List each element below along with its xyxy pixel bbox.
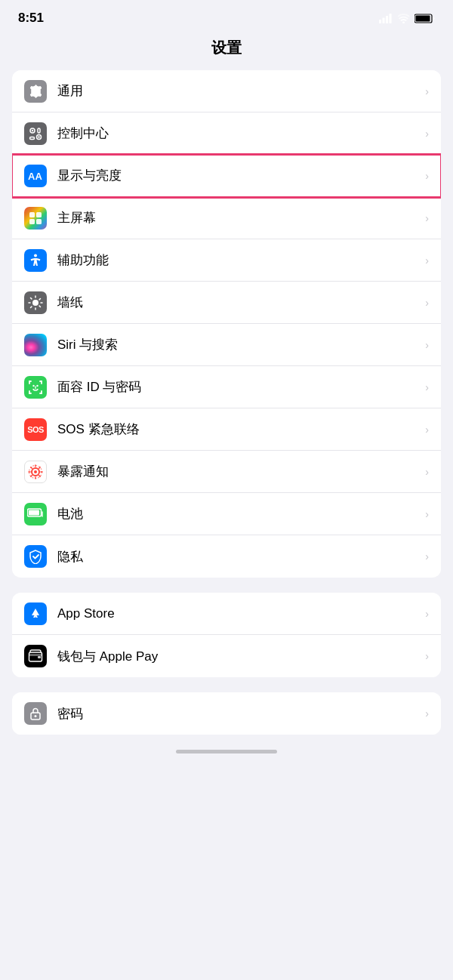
list-item-sos[interactable]: SOS SOS 紧急联络 › — [12, 408, 441, 451]
passwords-icon — [24, 702, 47, 725]
wallpaper-icon — [24, 291, 47, 314]
wifi-icon — [397, 14, 410, 23]
svg-rect-15 — [36, 212, 42, 217]
display-chevron: › — [425, 170, 429, 182]
list-item-exposure[interactable]: 暴露通知 › — [12, 451, 441, 493]
wallet-label: 钱包与 Apple Pay — [57, 648, 419, 665]
list-item-battery[interactable]: 电池 › — [12, 493, 441, 535]
svg-text:AA: AA — [28, 171, 42, 182]
battery-chevron: › — [425, 508, 429, 520]
battery-label: 电池 — [57, 505, 419, 522]
svg-rect-9 — [38, 128, 40, 133]
control-icon — [24, 122, 47, 145]
home-indicator — [176, 750, 277, 753]
appstore-icon — [24, 602, 47, 625]
home-icon — [24, 207, 47, 230]
battery-settings-icon — [24, 503, 47, 525]
display-label: 显示与亮度 — [57, 167, 419, 184]
section-3: 密码 › — [0, 692, 453, 735]
svg-rect-5 — [416, 15, 430, 21]
list-group-3: 密码 › — [12, 692, 441, 735]
privacy-label: 隐私 — [57, 548, 419, 566]
svg-point-12 — [38, 136, 39, 137]
wallet-chevron: › — [425, 650, 429, 662]
page-title: 设置 — [0, 32, 453, 70]
svg-point-31 — [35, 715, 37, 717]
svg-rect-28 — [29, 654, 42, 656]
svg-point-20 — [32, 384, 34, 386]
privacy-icon — [24, 545, 47, 568]
list-group-1: 通用 › 控制中心 › AA — [12, 70, 441, 578]
status-bar: 8:51 — [0, 0, 453, 32]
section-2: App Store › 钱包与 Apple Pay › — [0, 593, 453, 677]
svg-point-23 — [34, 470, 37, 473]
list-item-appstore[interactable]: App Store › — [12, 593, 441, 635]
exposure-chevron: › — [425, 466, 429, 478]
list-item-wallet[interactable]: 钱包与 Apple Pay › — [12, 635, 441, 677]
siri-label: Siri 与搜索 — [57, 336, 419, 353]
passwords-label: 密码 — [57, 705, 419, 723]
siri-chevron: › — [425, 339, 429, 351]
status-time: 8:51 — [18, 11, 44, 26]
svg-rect-3 — [390, 14, 392, 23]
list-item-faceid[interactable]: 面容 ID 与密码 › — [12, 366, 441, 408]
wallet-icon — [24, 645, 47, 667]
general-icon — [24, 80, 47, 103]
faceid-icon-bg — [24, 376, 47, 399]
faceid-label: 面容 ID 与密码 — [57, 378, 419, 396]
svg-point-18 — [34, 254, 37, 257]
sos-text: SOS — [27, 425, 44, 434]
wallpaper-chevron: › — [425, 297, 429, 309]
svg-point-8 — [32, 129, 33, 131]
svg-rect-14 — [29, 212, 35, 217]
section-1: 通用 › 控制中心 › AA — [0, 70, 453, 578]
svg-rect-16 — [29, 219, 35, 224]
status-icons — [379, 14, 435, 23]
sos-icon: SOS — [24, 418, 47, 441]
list-item-siri[interactable]: Siri 与搜索 › — [12, 324, 441, 366]
list-item-control[interactable]: 控制中心 › — [12, 112, 441, 155]
svg-point-19 — [32, 300, 39, 306]
display-icon: AA — [24, 165, 47, 187]
siri-icon — [24, 334, 47, 356]
appstore-chevron: › — [425, 608, 429, 620]
battery-icon — [414, 14, 435, 23]
home-label: 主屏幕 — [57, 209, 419, 227]
faceid-chevron: › — [425, 381, 429, 393]
svg-rect-29 — [38, 656, 41, 658]
list-item-wallpaper[interactable]: 墙纸 › — [12, 282, 441, 324]
list-item-privacy[interactable]: 隐私 › — [12, 535, 441, 578]
exposure-icon — [24, 461, 47, 483]
svg-rect-26 — [29, 510, 39, 515]
accessibility-label: 辅助功能 — [57, 251, 419, 269]
svg-rect-2 — [386, 16, 388, 23]
control-chevron: › — [425, 128, 429, 140]
svg-rect-17 — [36, 219, 42, 224]
svg-point-21 — [36, 384, 38, 386]
list-item-display[interactable]: AA 显示与亮度 › — [12, 155, 441, 197]
passwords-chevron: › — [425, 707, 429, 720]
accessibility-icon — [24, 249, 47, 272]
svg-rect-10 — [30, 137, 35, 139]
sos-chevron: › — [425, 424, 429, 436]
list-item-home[interactable]: 主屏幕 › — [12, 197, 441, 239]
general-label: 通用 — [57, 82, 419, 100]
list-item-accessibility[interactable]: 辅助功能 › — [12, 239, 441, 282]
exposure-label: 暴露通知 — [57, 463, 419, 480]
accessibility-chevron: › — [425, 254, 429, 267]
privacy-chevron: › — [425, 550, 429, 562]
wallpaper-label: 墙纸 — [57, 294, 419, 311]
sos-label: SOS 紧急联络 — [57, 421, 419, 438]
svg-rect-0 — [379, 20, 381, 23]
appstore-label: App Store — [57, 606, 419, 621]
list-item-passwords[interactable]: 密码 › — [12, 692, 441, 735]
home-chevron: › — [425, 212, 429, 224]
list-item-general[interactable]: 通用 › — [12, 70, 441, 112]
list-group-2: App Store › 钱包与 Apple Pay › — [12, 593, 441, 677]
general-chevron: › — [425, 85, 429, 97]
signal-icon — [379, 14, 393, 23]
control-label: 控制中心 — [57, 125, 419, 142]
svg-rect-1 — [383, 17, 385, 23]
